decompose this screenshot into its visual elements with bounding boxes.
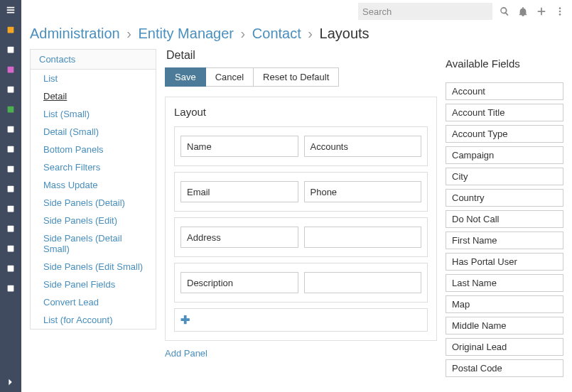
svg-rect-13 [8, 285, 14, 292]
layouts-menu-item[interactable]: Convert Lead [31, 293, 156, 311]
layout-cell[interactable]: Name [180, 136, 298, 157]
available-field[interactable]: Account Type [446, 125, 563, 143]
search-input[interactable] [358, 3, 492, 20]
add-row-icon[interactable]: ✚ [180, 314, 190, 326]
doc3-icon[interactable] [0, 179, 21, 199]
layout-row[interactable]: EmailPhone [174, 172, 428, 212]
layout-row[interactable]: Description [174, 263, 428, 303]
layout-row[interactable]: NameAccounts [174, 126, 428, 166]
layouts-menu-item[interactable]: Side Panel Fields [31, 276, 156, 293]
available-fields-panel: Available Fields AccountAccount TitleAcc… [446, 49, 563, 381]
available-field[interactable]: Country [446, 189, 563, 207]
layout-cell[interactable]: Email [180, 181, 298, 202]
doc2-icon[interactable] [0, 159, 21, 179]
doc1-icon[interactable] [0, 139, 21, 159]
bell-icon[interactable] [517, 5, 529, 18]
breadcrumb-administration[interactable]: Administration [30, 26, 120, 41]
svg-rect-3 [8, 87, 14, 93]
search-icon[interactable] [498, 5, 511, 18]
available-field[interactable]: Account [446, 82, 563, 100]
page-title: Detail [165, 49, 437, 62]
layouts-menu-item[interactable]: Side Panels (Edit Small) [31, 258, 156, 276]
available-field[interactable]: Do Not Call [446, 210, 563, 228]
svg-rect-6 [8, 146, 14, 153]
breadcrumb: Administration › Entity Manager › Contac… [21, 23, 572, 49]
currency-icon[interactable] [0, 99, 21, 119]
layout-cell[interactable] [304, 272, 422, 293]
svg-rect-2 [8, 67, 14, 73]
available-field[interactable]: Map [446, 295, 563, 313]
available-field[interactable]: Account Title [446, 104, 563, 121]
available-field[interactable]: Postal Code [446, 359, 563, 377]
layouts-menu-item[interactable]: Side Panels (Edit) [31, 212, 156, 229]
svg-rect-1 [8, 47, 14, 53]
layout-cell[interactable]: Accounts [304, 136, 422, 157]
svg-rect-0 [8, 27, 14, 33]
available-field[interactable]: Campaign [446, 146, 563, 164]
module-a-icon[interactable] [0, 40, 21, 60]
layout-cell[interactable]: Address [180, 227, 298, 248]
svg-point-15 [559, 11, 561, 13]
svg-point-14 [559, 7, 561, 9]
layouts-menu-item[interactable]: Bottom Panels [31, 141, 156, 158]
save-button[interactable]: Save [165, 67, 206, 87]
layouts-menu-item[interactable]: Detail (Small) [31, 123, 156, 141]
breadcrumb-contact[interactable]: Contact [252, 26, 301, 41]
available-field[interactable]: Has Portal User [446, 253, 563, 271]
layouts-menu-item[interactable]: Search Filters [31, 158, 156, 176]
available-field[interactable]: First Name [446, 232, 563, 249]
layout-cell[interactable] [304, 227, 422, 248]
add-panel-link[interactable]: Add Panel [165, 348, 207, 359]
available-fields-title: Available Fields [446, 49, 563, 70]
svg-rect-9 [8, 206, 14, 212]
layout-editor: Detail Save Cancel Reset to Default Layo… [165, 49, 437, 359]
reset-button[interactable]: Reset to Default [254, 67, 339, 87]
chart-icon[interactable] [0, 119, 21, 139]
layouts-menu-item[interactable]: Side Panels (Detail Small) [31, 229, 156, 258]
layouts-menu-item[interactable]: List (for Account) [31, 311, 156, 329]
layout-section-title: Layout [174, 106, 428, 118]
svg-rect-11 [8, 246, 14, 252]
layout-cell[interactable]: Phone [304, 181, 422, 202]
page-header [21, 0, 572, 23]
app-sidebar [0, 0, 21, 381]
layouts-menu: Contacts ListDetailList (Small)Detail (S… [30, 49, 156, 330]
layouts-menu-title: Contacts [31, 50, 156, 70]
svg-rect-12 [8, 266, 14, 272]
layout-cell[interactable]: Description [180, 272, 298, 293]
layouts-menu-item[interactable]: List [31, 70, 156, 87]
module-c-icon[interactable] [0, 80, 21, 99]
cancel-button[interactable]: Cancel [206, 67, 254, 87]
svg-rect-5 [8, 126, 14, 133]
available-field[interactable]: Original Lead [446, 338, 563, 356]
breadcrumb-entity-manager[interactable]: Entity Manager [139, 26, 234, 41]
list-icon[interactable] [0, 278, 21, 298]
svg-rect-10 [8, 226, 14, 232]
briefcase-icon[interactable] [0, 239, 21, 258]
layouts-menu-item[interactable]: Side Panels (Detail) [31, 194, 156, 212]
available-field[interactable]: Last Name [446, 274, 563, 292]
box-icon[interactable] [0, 199, 21, 219]
layouts-menu-item[interactable]: Mass Update [31, 176, 156, 194]
calendar-icon[interactable] [0, 258, 21, 278]
layouts-menu-item[interactable]: Detail [31, 87, 156, 105]
sidebar-expand-icon[interactable] [0, 372, 21, 381]
module-b-icon[interactable] [0, 60, 21, 80]
menu-icon[interactable] [0, 0, 21, 20]
mail-icon[interactable] [0, 219, 21, 239]
svg-rect-7 [8, 166, 14, 173]
more-icon[interactable] [554, 5, 566, 18]
available-field[interactable]: Middle Name [446, 317, 563, 334]
dashboard-icon[interactable] [0, 20, 21, 40]
svg-rect-4 [8, 107, 14, 113]
svg-rect-8 [8, 186, 14, 192]
breadcrumb-current: Layouts [320, 26, 369, 41]
svg-point-16 [559, 13, 561, 16]
plus-icon[interactable] [535, 5, 548, 18]
layout-row[interactable]: Address [174, 217, 428, 257]
available-field[interactable]: City [446, 168, 563, 185]
layouts-menu-item[interactable]: List (Small) [31, 105, 156, 123]
